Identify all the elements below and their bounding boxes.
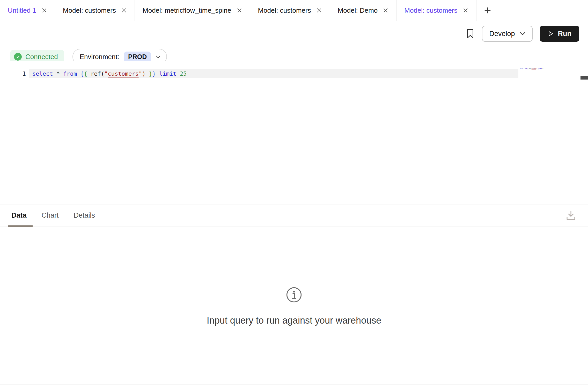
minimap-code: select * from {{ ref("customers") }} lim…	[520, 68, 545, 72]
tab-model-customers-2[interactable]: Model: customers	[250, 0, 330, 21]
code-token	[77, 70, 80, 77]
editor-scrollbar-track[interactable]	[580, 61, 588, 201]
tab-model-metricflow-time-spine[interactable]: Model: metricflow_time_spine	[135, 0, 250, 21]
results-tab-bar: Data Chart Details	[0, 204, 588, 226]
code-token: {	[80, 70, 84, 77]
chevron-down-icon	[520, 32, 525, 35]
tab-label: Untitled 1	[8, 6, 36, 15]
develop-dropdown-button[interactable]: Develop	[482, 26, 532, 42]
code-token	[156, 70, 159, 77]
bottom-divider	[0, 384, 588, 384]
code-token	[176, 70, 180, 77]
code-token: *	[53, 70, 63, 77]
tab-chart[interactable]: Chart	[42, 211, 59, 219]
tab-label: Model: customers	[258, 6, 311, 15]
check-icon	[14, 53, 22, 61]
code-token: from	[63, 70, 77, 77]
line-number: 1	[0, 70, 26, 77]
close-icon[interactable]	[316, 8, 322, 13]
run-button[interactable]: Run	[540, 26, 579, 42]
tab-model-demo[interactable]: Model: Demo	[330, 0, 397, 21]
close-icon[interactable]	[41, 8, 47, 13]
plus-icon	[484, 6, 491, 14]
tab-details[interactable]: Details	[74, 211, 95, 219]
results-panel: Data Chart Details Input query to run ag…	[0, 204, 588, 385]
empty-state-message: Input query to run against your warehous…	[207, 315, 381, 326]
tab-untitled-1[interactable]: Untitled 1	[0, 0, 55, 21]
code-token: )	[142, 70, 145, 77]
tab-label: Model: customers	[63, 6, 116, 15]
tab-model-customers-1[interactable]: Model: customers	[55, 0, 135, 21]
connected-label: Connected	[25, 53, 58, 61]
code-token	[87, 70, 91, 77]
code-token: 25	[180, 70, 187, 77]
code-line-text[interactable]: select * from {{ ref("customers") }} lim…	[32, 70, 187, 77]
info-icon	[286, 287, 302, 303]
code-token: ref(	[91, 70, 104, 77]
close-icon[interactable]	[463, 8, 468, 13]
active-tab-indicator	[8, 225, 33, 227]
code-token: "	[139, 70, 142, 77]
sql-editor[interactable]: 1 select * from {{ ref("customers") }} l…	[0, 61, 588, 204]
environment-value-badge: PROD	[124, 52, 151, 62]
code-token-ref-link[interactable]: customers	[108, 70, 138, 77]
results-empty-state: Input query to run against your warehous…	[0, 226, 588, 326]
chevron-down-icon	[156, 55, 161, 59]
develop-label: Develop	[489, 30, 515, 38]
code-token	[145, 70, 149, 77]
code-token: }	[152, 70, 156, 77]
tab-model-customers-3[interactable]: Model: customers	[396, 0, 476, 21]
download-icon[interactable]	[565, 210, 577, 222]
close-icon[interactable]	[237, 8, 242, 13]
run-label: Run	[558, 30, 571, 38]
ide-window: Untitled 1 Model: customers Model: metri…	[0, 0, 588, 385]
tab-label: Model: Demo	[338, 6, 378, 15]
editor-scrollbar-thumb[interactable]	[580, 76, 588, 80]
editor-toolbar: Develop Run	[0, 21, 588, 46]
close-icon[interactable]	[121, 8, 127, 13]
tab-data[interactable]: Data	[11, 211, 27, 219]
tab-label: Model: customers	[404, 6, 457, 15]
code-token: limit	[159, 70, 176, 77]
code-token: select	[32, 70, 53, 77]
tab-label: Model: metricflow_time_spine	[143, 6, 231, 15]
bookmark-icon[interactable]	[466, 28, 475, 39]
play-icon	[548, 31, 554, 37]
minimap[interactable]: select * from {{ ref("customers") }} lim…	[520, 68, 545, 72]
new-tab-button[interactable]	[476, 0, 499, 21]
close-icon[interactable]	[383, 8, 388, 13]
environment-label: Environment:	[80, 53, 119, 61]
editor-tab-bar: Untitled 1 Model: customers Model: metri…	[0, 0, 588, 21]
code-token: {	[84, 70, 87, 77]
code-token: "	[104, 70, 108, 77]
code-token: }	[149, 70, 152, 77]
